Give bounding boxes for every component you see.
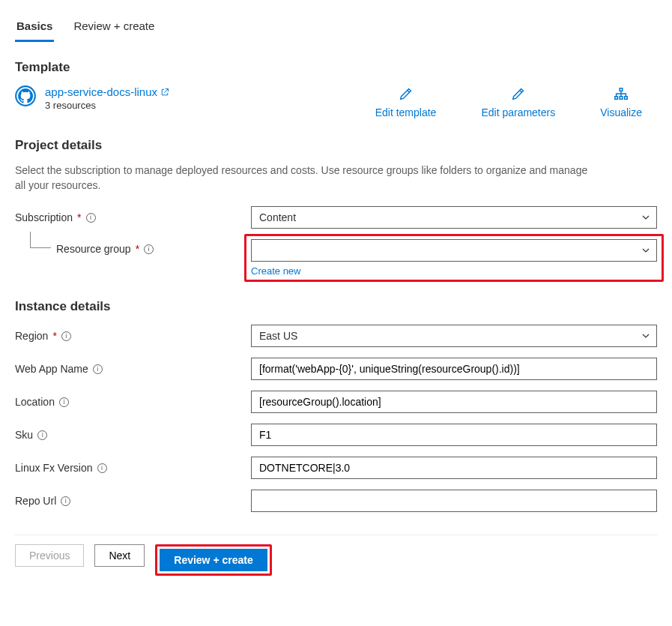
pencil-icon bbox=[510, 85, 527, 102]
section-title-project: Project details bbox=[15, 138, 657, 153]
row-resource-group: Resource group * i Create new bbox=[15, 239, 657, 277]
web-app-name-label: Web App Name bbox=[15, 363, 88, 375]
github-icon bbox=[15, 85, 36, 106]
chevron-down-icon bbox=[641, 246, 650, 255]
linux-fx-label: Linux Fx Version bbox=[15, 462, 93, 474]
web-app-name-input[interactable] bbox=[251, 358, 657, 380]
tab-basics[interactable]: Basics bbox=[15, 15, 54, 42]
required-indicator: * bbox=[77, 211, 81, 223]
footer-bar: Previous Next Review + create bbox=[15, 535, 657, 576]
edit-parameters-label: Edit parameters bbox=[481, 106, 555, 118]
review-create-highlight: Review + create bbox=[155, 544, 271, 576]
edit-parameters-button[interactable]: Edit parameters bbox=[481, 85, 555, 118]
repo-url-input[interactable] bbox=[251, 490, 657, 512]
region-value: East US bbox=[259, 330, 297, 342]
pencil-icon bbox=[398, 85, 414, 102]
resource-group-label: Resource group bbox=[56, 243, 131, 255]
info-icon[interactable]: i bbox=[37, 430, 47, 440]
visualize-button[interactable]: Visualize bbox=[600, 85, 642, 118]
subscription-select[interactable]: Content bbox=[251, 206, 657, 229]
edit-template-button[interactable]: Edit template bbox=[375, 85, 437, 118]
row-location: Location i bbox=[15, 391, 657, 413]
info-icon[interactable]: i bbox=[61, 331, 71, 341]
subscription-value: Content bbox=[259, 211, 296, 223]
info-icon[interactable]: i bbox=[86, 213, 96, 223]
chevron-down-icon bbox=[641, 331, 650, 340]
section-title-template: Template bbox=[15, 60, 657, 75]
previous-button: Previous bbox=[15, 544, 84, 567]
edit-template-label: Edit template bbox=[375, 106, 437, 118]
info-icon[interactable]: i bbox=[61, 496, 70, 506]
visualize-label: Visualize bbox=[600, 106, 642, 118]
row-web-app-name: Web App Name i bbox=[15, 358, 657, 380]
info-icon[interactable]: i bbox=[93, 364, 103, 374]
row-sku: Sku i bbox=[15, 424, 657, 446]
row-linux-fx: Linux Fx Version i bbox=[15, 457, 657, 479]
subscription-label: Subscription bbox=[15, 211, 73, 223]
external-link-icon bbox=[160, 88, 169, 97]
template-row: app-service-docs-linux 3 resources Edit … bbox=[15, 85, 657, 118]
tree-connector-icon bbox=[30, 232, 51, 248]
sku-label: Sku bbox=[15, 429, 33, 441]
tab-bar: Basics Review + create bbox=[15, 15, 657, 42]
info-icon[interactable]: i bbox=[144, 244, 154, 254]
section-title-instance: Instance details bbox=[15, 299, 657, 314]
project-description: Select the subscription to manage deploy… bbox=[15, 163, 599, 193]
linux-fx-input[interactable] bbox=[251, 457, 657, 479]
sku-input[interactable] bbox=[251, 424, 657, 446]
region-select[interactable]: East US bbox=[251, 325, 657, 347]
info-icon[interactable]: i bbox=[97, 463, 107, 473]
next-button[interactable]: Next bbox=[94, 544, 145, 567]
row-subscription: Subscription * i Content bbox=[15, 206, 657, 229]
row-region: Region * i East US bbox=[15, 325, 657, 347]
template-link-text: app-service-docs-linux bbox=[45, 85, 157, 98]
hierarchy-icon bbox=[613, 85, 629, 102]
resource-group-select[interactable] bbox=[251, 239, 657, 262]
info-icon[interactable]: i bbox=[59, 397, 69, 407]
create-new-link[interactable]: Create new bbox=[251, 265, 300, 277]
location-input[interactable] bbox=[251, 391, 657, 413]
chevron-down-icon bbox=[641, 213, 650, 222]
tab-review-create[interactable]: Review + create bbox=[72, 15, 156, 42]
resource-group-highlight: Create new bbox=[244, 234, 664, 282]
location-label: Location bbox=[15, 396, 55, 408]
region-label: Region bbox=[15, 330, 48, 342]
review-create-button[interactable]: Review + create bbox=[160, 549, 267, 571]
repo-url-label: Repo Url bbox=[15, 495, 56, 507]
required-indicator: * bbox=[136, 243, 139, 255]
template-link[interactable]: app-service-docs-linux bbox=[45, 85, 169, 98]
template-resources-count: 3 resources bbox=[45, 100, 169, 111]
row-repo-url: Repo Url i bbox=[15, 490, 657, 512]
required-indicator: * bbox=[52, 330, 56, 342]
